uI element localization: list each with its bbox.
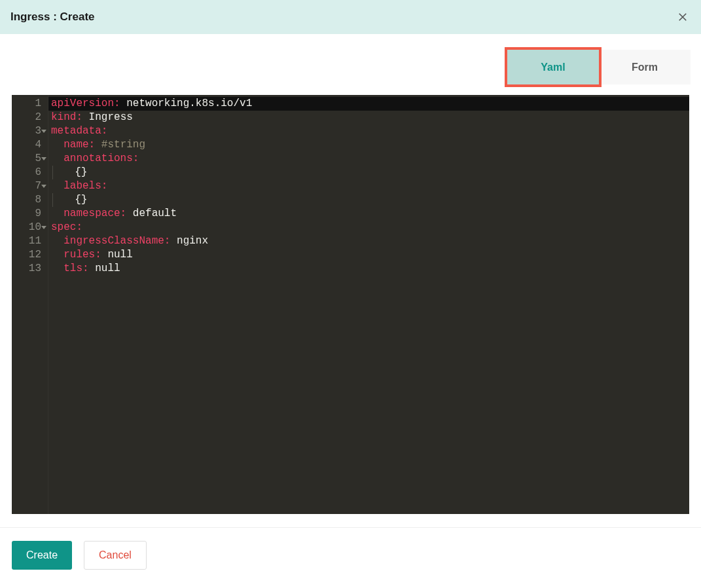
tab-label: Form <box>632 62 658 73</box>
button-label: Cancel <box>99 549 132 561</box>
line-number: 12 <box>12 248 48 262</box>
line-number: 10 <box>12 221 48 234</box>
yaml-value: null <box>101 249 133 261</box>
yaml-value: {} <box>75 194 87 206</box>
yaml-value: default <box>126 208 177 219</box>
editor-gutter: 12345678910111213 <box>12 95 48 514</box>
line-number: 3 <box>12 124 48 138</box>
close-icon <box>677 11 689 23</box>
yaml-value: nginx <box>170 235 208 247</box>
yaml-key: annotations: <box>63 153 139 164</box>
yaml-value <box>51 208 63 219</box>
dialog-header: Ingress : Create <box>0 0 701 34</box>
code-line[interactable]: annotations: <box>48 152 689 166</box>
line-number: 11 <box>12 234 48 248</box>
code-line[interactable]: spec: <box>48 221 689 234</box>
code-line[interactable]: kind: Ingress <box>48 111 689 124</box>
yaml-key: metadata: <box>51 125 107 137</box>
dialog-footer: Create Cancel <box>0 527 701 583</box>
code-line[interactable]: labels: <box>48 179 689 193</box>
yaml-value <box>51 263 63 274</box>
code-line[interactable]: ingressClassName: nginx <box>48 234 689 248</box>
yaml-value: networking.k8s.io/v1 <box>120 98 253 109</box>
yaml-value: {} <box>75 166 87 178</box>
code-line[interactable]: name: #string <box>48 138 689 152</box>
code-line[interactable]: rules: null <box>48 248 689 262</box>
yaml-key: namespace: <box>63 208 126 219</box>
line-number: 13 <box>12 262 48 276</box>
indent-guide <box>52 193 53 207</box>
yaml-key: name: <box>63 139 95 151</box>
yaml-key: tls: <box>63 263 88 274</box>
line-number: 2 <box>12 111 48 124</box>
yaml-editor[interactable]: 12345678910111213 apiVersion: networking… <box>12 95 689 514</box>
tab-label: Yaml <box>541 62 565 73</box>
line-number: 6 <box>12 166 48 179</box>
yaml-key: labels: <box>63 180 107 192</box>
tab-form[interactable]: Form <box>599 50 691 84</box>
editor-code[interactable]: apiVersion: networking.k8s.io/v1kind: In… <box>48 95 689 514</box>
yaml-key: ingressClassName: <box>63 235 170 247</box>
code-line[interactable]: metadata: <box>48 124 689 138</box>
yaml-value <box>51 235 63 247</box>
yaml-value <box>51 153 63 164</box>
indent-guide <box>52 166 53 179</box>
yaml-key: spec: <box>51 221 82 233</box>
line-number: 4 <box>12 138 48 152</box>
line-number: 1 <box>12 97 48 111</box>
code-line[interactable]: tls: null <box>48 262 689 276</box>
code-line[interactable]: {} <box>48 193 689 207</box>
yaml-value <box>51 180 63 192</box>
line-number: 8 <box>12 193 48 207</box>
line-number: 9 <box>12 207 48 221</box>
yaml-key: kind: <box>51 111 82 123</box>
yaml-key: apiVersion: <box>51 98 120 109</box>
create-button[interactable]: Create <box>12 541 72 570</box>
code-line[interactable]: namespace: default <box>48 207 689 221</box>
line-number: 5 <box>12 152 48 166</box>
yaml-value: Ingress <box>82 111 133 123</box>
code-line[interactable]: {} <box>48 166 689 179</box>
yaml-value: null <box>89 263 120 274</box>
line-number: 7 <box>12 179 48 193</box>
close-button[interactable] <box>675 9 691 25</box>
yaml-key: rules: <box>63 249 101 261</box>
tabs: Yaml Form <box>0 34 701 95</box>
code-line[interactable]: apiVersion: networking.k8s.io/v1 <box>48 97 689 111</box>
cancel-button[interactable]: Cancel <box>84 541 147 570</box>
yaml-value <box>95 139 101 151</box>
dialog-title: Ingress : Create <box>10 10 95 24</box>
yaml-value <box>51 249 63 261</box>
yaml-comment: #string <box>101 139 145 151</box>
button-label: Create <box>26 549 58 561</box>
tab-yaml[interactable]: Yaml <box>507 50 599 84</box>
yaml-value <box>51 139 63 151</box>
